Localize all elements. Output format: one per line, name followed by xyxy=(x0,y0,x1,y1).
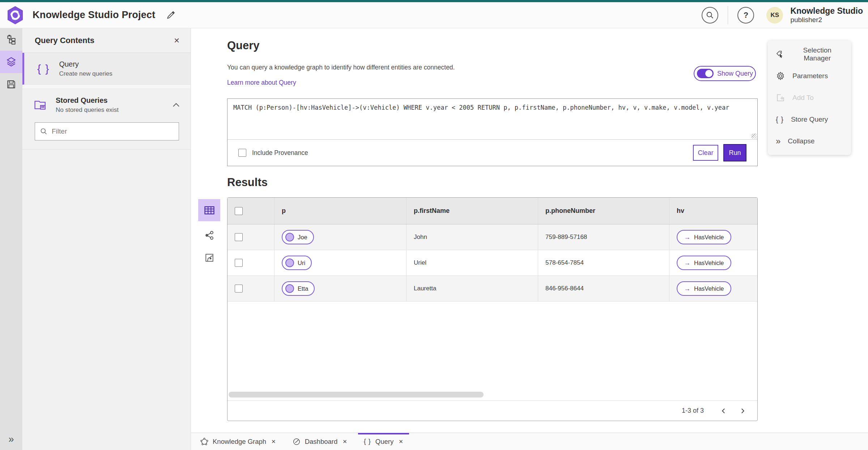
filter-field xyxy=(35,122,179,140)
relation-arrow-icon: → xyxy=(684,234,690,241)
braces-icon: { } xyxy=(37,63,50,75)
stored-queries-folder-icon xyxy=(34,99,47,111)
textarea-resize-handle[interactable] xyxy=(752,134,757,139)
search-icon xyxy=(706,11,714,19)
filter-input[interactable] xyxy=(52,127,174,135)
entity-pill[interactable]: Joe xyxy=(282,230,314,244)
parameters-item[interactable]: Parameters xyxy=(768,65,851,87)
braces-icon: { } xyxy=(776,115,784,124)
layers-icon xyxy=(6,57,16,67)
help-button[interactable]: ? xyxy=(737,7,754,24)
selection-manager-icon xyxy=(776,50,784,59)
tab-query[interactable]: { } Query ✕ xyxy=(358,433,409,450)
cell-firstname: Uriel xyxy=(407,250,538,276)
table-row: Etta Lauretta 846-956-8644 → HasVehicle xyxy=(227,276,757,302)
cell-phone: 846-956-8644 xyxy=(538,276,669,301)
panel-body xyxy=(22,149,191,153)
relation-pill[interactable]: → HasVehicle xyxy=(677,281,731,296)
rail-save-button[interactable] xyxy=(0,73,22,96)
show-query-toggle[interactable]: Show Query xyxy=(694,66,756,81)
results-view-switcher xyxy=(198,199,220,266)
user-name: Knowledge Studio xyxy=(790,7,863,16)
relation-pill[interactable]: → HasVehicle xyxy=(677,256,731,270)
include-provenance-checkbox[interactable] xyxy=(238,149,246,157)
rail-data-model-button[interactable] xyxy=(0,28,22,51)
panel-close-button[interactable]: ✕ xyxy=(174,36,180,45)
cell-phone: 578-654-7854 xyxy=(538,250,669,276)
row-checkbox[interactable] xyxy=(235,285,243,293)
entity-pill[interactable]: Etta xyxy=(282,281,315,296)
gear-icon xyxy=(776,71,785,81)
results-title: Results xyxy=(227,176,268,189)
hierarchy-icon xyxy=(7,35,16,45)
select-all-checkbox[interactable] xyxy=(235,207,243,215)
query-item-subtitle: Create new queries xyxy=(59,70,112,77)
table-icon xyxy=(204,205,215,216)
cell-phone: 759-889-57168 xyxy=(538,224,669,250)
map-icon xyxy=(205,253,214,262)
collapse-menu-item[interactable]: » Collapse xyxy=(768,130,851,152)
dashboard-gauge-icon xyxy=(293,438,301,446)
relation-pill[interactable]: → HasVehicle xyxy=(677,230,731,244)
relation-arrow-icon: → xyxy=(684,285,690,293)
table-header-row: p p.firstName p.phoneNumber hv xyxy=(227,198,757,224)
column-header-hv: hv xyxy=(669,198,757,224)
next-page-button[interactable] xyxy=(738,406,747,416)
add-to-icon xyxy=(776,93,785,102)
selection-manager-item[interactable]: Selection Manager xyxy=(768,43,851,65)
entity-node-icon xyxy=(285,284,294,293)
entity-pill[interactable]: Uri xyxy=(282,256,312,270)
close-tab-icon[interactable]: ✕ xyxy=(342,438,347,445)
horizontal-scrollbar-thumb[interactable] xyxy=(229,392,484,398)
query-contents-panel: Query Contents ✕ { } Query Create new qu… xyxy=(22,28,191,450)
previous-page-button[interactable] xyxy=(719,406,728,416)
results-table: p p.firstName p.phoneNumber hv Joe John … xyxy=(227,197,758,421)
column-header-p: p xyxy=(275,198,407,224)
row-checkbox[interactable] xyxy=(235,259,243,267)
row-checkbox[interactable] xyxy=(235,233,243,241)
cell-firstname: Lauretta xyxy=(407,276,538,301)
header-divider xyxy=(728,6,728,24)
store-query-item[interactable]: { } Store Query xyxy=(768,109,851,130)
show-query-label: Show Query xyxy=(717,70,753,77)
close-tab-icon[interactable]: ✕ xyxy=(399,438,403,445)
global-search-button[interactable] xyxy=(702,7,718,24)
rail-layers-button[interactable] xyxy=(0,51,22,73)
edit-title-button[interactable] xyxy=(166,10,175,20)
braces-icon: { } xyxy=(364,438,371,445)
stored-queries-text: Stored Queries No stored queries exist xyxy=(56,96,164,114)
chevron-left-icon xyxy=(720,408,727,414)
cell-firstname: John xyxy=(407,224,538,250)
knowledge-studio-app: Knowledge Studio Project ? KS Knowledge … xyxy=(0,0,868,450)
relation-arrow-icon: → xyxy=(684,259,690,267)
map-view-button[interactable] xyxy=(198,249,220,266)
learn-more-link[interactable]: Learn more about Query xyxy=(227,79,296,87)
column-header-phonenumber: p.phoneNumber xyxy=(538,198,669,224)
app-logo xyxy=(7,6,24,25)
page-description: You can query a knowledge graph to ident… xyxy=(227,64,455,71)
run-button[interactable]: Run xyxy=(723,144,746,161)
close-tab-icon[interactable]: ✕ xyxy=(271,438,276,445)
select-all-cell xyxy=(227,198,275,224)
stored-queries-header[interactable]: Stored Queries No stored queries exist xyxy=(22,89,191,119)
query-list-item[interactable]: { } Query Create new queries xyxy=(22,53,191,85)
clear-button[interactable]: Clear xyxy=(693,145,718,161)
tab-dashboard[interactable]: Dashboard ✕ xyxy=(287,433,353,450)
graph-view-button[interactable] xyxy=(198,227,220,244)
user-avatar[interactable]: KS xyxy=(766,7,783,24)
chevron-double-right-icon: » xyxy=(776,137,780,146)
help-icon: ? xyxy=(744,10,748,20)
panel-section-gap xyxy=(22,85,191,89)
tab-knowledge-graph[interactable]: Knowledge Graph ✕ xyxy=(195,433,282,450)
project-title: Knowledge Studio Project xyxy=(33,9,155,21)
query-item-text: Query Create new queries xyxy=(59,60,112,77)
expand-rail-button[interactable]: » xyxy=(0,434,22,445)
document-tab-bar: Knowledge Graph ✕ Dashboard ✕ { } Query … xyxy=(191,433,868,450)
filter-search-icon xyxy=(40,128,47,135)
query-editor-input[interactable]: MATCH (p:Person)-[hv:HasVehicle]->(v:Veh… xyxy=(227,99,757,140)
table-view-button[interactable] xyxy=(198,199,220,221)
table-row: Joe John 759-889-57168 → HasVehicle xyxy=(227,224,757,250)
save-icon xyxy=(7,80,16,89)
query-editor-footer: Include Provenance Clear Run xyxy=(227,139,757,166)
stored-queries-title: Stored Queries xyxy=(56,96,164,105)
